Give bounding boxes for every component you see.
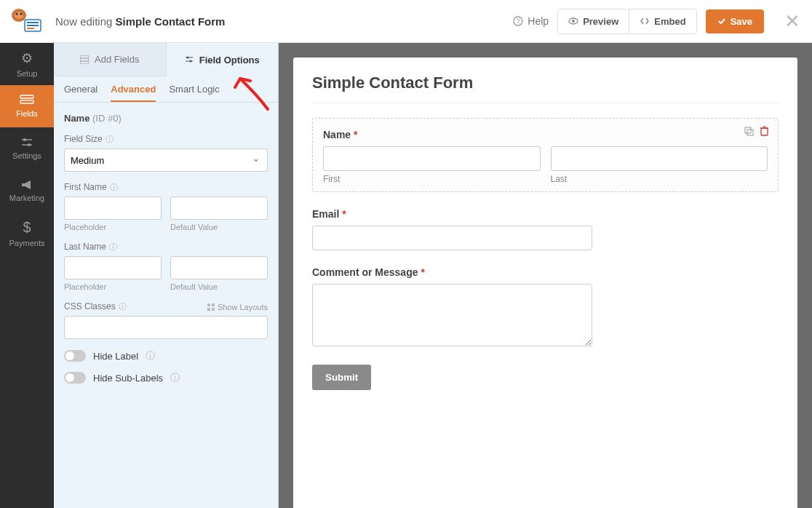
help-icon[interactable]: ⓘ [170, 371, 180, 384]
svg-point-3 [20, 13, 23, 15]
svg-point-22 [186, 56, 188, 58]
nav-marketing[interactable]: Marketing [0, 170, 54, 212]
css-classes-row: CSS Classesⓘ Show Layouts [64, 301, 268, 339]
svg-rect-31 [761, 128, 768, 135]
placeholder-hint: Placeholder [64, 282, 162, 291]
dollar-icon: $ [23, 219, 31, 236]
email-input[interactable] [312, 226, 592, 250]
hide-label-toggle[interactable] [64, 350, 86, 362]
check-icon [717, 17, 726, 25]
hide-sublabels-toggle[interactable] [64, 372, 86, 384]
wpforms-logo [9, 7, 44, 36]
help-icon[interactable]: ⓘ [146, 349, 155, 362]
nav-setup[interactable]: ⚙ Setup [0, 43, 54, 85]
svg-rect-29 [745, 127, 751, 133]
tab-options-label: Field Options [199, 55, 260, 66]
subtab-smart-logic[interactable]: Smart Logic [169, 84, 219, 102]
nav-payments[interactable]: $ Payments [0, 212, 54, 254]
svg-rect-12 [20, 95, 33, 98]
side-panel: Add Fields Field Options General Advance… [54, 43, 279, 508]
svg-rect-26 [212, 303, 215, 306]
grid-icon [207, 303, 215, 311]
first-sublabel: First [323, 174, 541, 184]
svg-rect-30 [747, 130, 753, 135]
svg-rect-7 [27, 28, 34, 29]
last-sublabel: Last [551, 174, 768, 184]
tab-field-options[interactable]: Field Options [166, 43, 279, 76]
help-icon[interactable]: ⓘ [110, 183, 118, 191]
last-name-input[interactable] [551, 146, 768, 171]
first-name-label: First Nameⓘ [64, 182, 268, 193]
svg-point-17 [28, 143, 31, 146]
field-comment[interactable]: Comment or Message * [312, 266, 779, 349]
field-name[interactable]: Name * First Last [312, 118, 779, 192]
help-label: Help [528, 15, 549, 27]
svg-point-1 [15, 12, 23, 19]
close-builder-button[interactable]: ✕ [784, 10, 800, 33]
field-id: (ID #0) [89, 113, 121, 124]
help-link[interactable]: ? Help [513, 15, 549, 27]
trash-icon[interactable] [760, 126, 769, 136]
placeholder-hint: Placeholder [64, 223, 162, 231]
preview-area: Simple Contact Form Name * First Last [279, 43, 812, 508]
svg-point-2 [16, 13, 18, 15]
field-size-label: Field Sizeⓘ [64, 134, 268, 145]
css-classes-input[interactable] [64, 316, 268, 339]
help-icon[interactable]: ⓘ [109, 242, 117, 251]
nav-settings-label: Settings [12, 151, 41, 160]
tab-add-fields[interactable]: Add Fields [54, 43, 166, 76]
save-label: Save [731, 16, 752, 27]
editing-label: Now editing Simple Contact Form [55, 15, 225, 28]
show-layouts-link[interactable]: Show Layouts [207, 303, 268, 311]
first-name-input[interactable] [323, 146, 541, 171]
submit-button[interactable]: Submit [312, 365, 371, 390]
field-comment-label: Comment or Message * [312, 266, 779, 278]
subtab-general[interactable]: General [64, 84, 97, 102]
last-name-default-input[interactable] [170, 256, 268, 279]
hide-sublabels-row: Hide Sub-Labels ⓘ [64, 371, 268, 384]
help-icon[interactable]: ⓘ [119, 302, 127, 311]
form-title: Simple Contact Form [312, 74, 779, 103]
nav-fields[interactable]: Fields [0, 85, 54, 127]
show-layouts-label: Show Layouts [218, 303, 268, 311]
hide-label-row: Hide Label ⓘ [64, 349, 268, 362]
panel-body: Name (ID #0) Field Sizeⓘ Medium First Na… [54, 103, 278, 508]
field-size-row: Field Sizeⓘ Medium [64, 134, 268, 172]
embed-button[interactable]: Embed [629, 9, 696, 33]
subtab-advanced[interactable]: Advanced [111, 84, 156, 102]
first-name-default-input[interactable] [170, 197, 268, 220]
panel-tabs: Add Fields Field Options [54, 43, 278, 76]
field-size-select[interactable]: Medium [64, 148, 268, 172]
last-name-placeholder-input[interactable] [64, 256, 162, 279]
field-email[interactable]: Email * [312, 208, 779, 250]
gear-icon: ⚙ [21, 50, 33, 66]
field-actions [744, 126, 769, 136]
svg-rect-28 [212, 308, 215, 311]
svg-rect-13 [20, 100, 33, 103]
grid-icon [80, 55, 89, 64]
nav-settings[interactable]: Settings [0, 127, 54, 170]
eye-icon [568, 16, 578, 26]
action-group: Preview Embed [557, 9, 697, 34]
first-name-placeholder-input[interactable] [64, 197, 162, 220]
svg-point-11 [572, 20, 575, 23]
save-button[interactable]: Save [706, 9, 764, 33]
top-bar: Now editing Simple Contact Form ? Help P… [0, 0, 812, 43]
sliders-icon [20, 137, 33, 148]
code-icon [640, 16, 650, 26]
first-name-row: First Nameⓘ Placeholder Default Value [64, 182, 268, 231]
svg-point-24 [189, 60, 191, 62]
field-name-label: Name * [323, 129, 768, 140]
left-nav: ⚙ Setup Fields Settings Marketing $ Paym… [0, 43, 54, 508]
help-icon[interactable]: ⓘ [106, 135, 114, 143]
section-name: Name [64, 113, 89, 124]
section-title: Name (ID #0) [64, 113, 268, 124]
hide-label-text: Hide Label [93, 351, 138, 362]
preview-button[interactable]: Preview [558, 9, 629, 33]
duplicate-icon[interactable] [744, 126, 754, 136]
comment-textarea[interactable] [312, 284, 592, 346]
svg-rect-27 [207, 308, 210, 311]
tab-add-label: Add Fields [95, 54, 139, 65]
last-name-label: Last Nameⓘ [64, 242, 268, 253]
fields-icon [20, 95, 34, 106]
